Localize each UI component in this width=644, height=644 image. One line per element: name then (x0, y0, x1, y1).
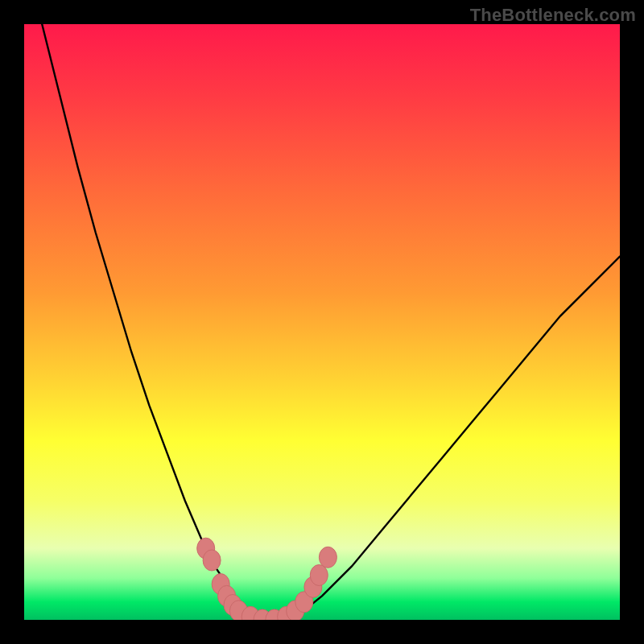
marker-point (203, 550, 221, 571)
chart-svg (24, 24, 620, 620)
bottleneck-curve (42, 24, 620, 620)
marker-point (319, 547, 336, 568)
chart-frame: TheBottleneck.com (0, 0, 644, 644)
marker-layer (197, 538, 337, 620)
marker-point (310, 565, 328, 586)
watermark-text: TheBottleneck.com (470, 5, 636, 26)
